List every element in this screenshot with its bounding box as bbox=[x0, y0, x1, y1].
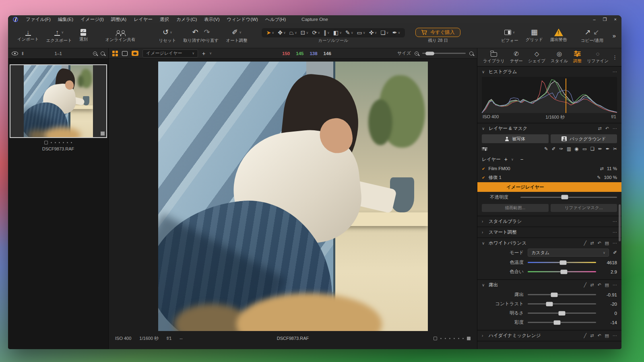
mask-brush-icon[interactable]: ✎ bbox=[544, 146, 548, 152]
status-rating[interactable] bbox=[433, 337, 471, 340]
more-icon[interactable]: ⋯ bbox=[613, 126, 617, 131]
brightness-slider[interactable] bbox=[528, 313, 596, 314]
undo-icon[interactable]: ↶ bbox=[192, 29, 198, 36]
expand-chevron[interactable]: › bbox=[482, 230, 486, 234]
temperature-slider[interactable] bbox=[528, 262, 596, 263]
copy-apply-button[interactable]: ↗ ↙ コピー/適用 bbox=[577, 28, 607, 43]
radial-gradient-mask-icon[interactable]: ◉ bbox=[575, 146, 579, 152]
toolbar-overflow-chevron[interactable]: » bbox=[613, 32, 616, 39]
exposure-warning-button[interactable]: 露出警告 bbox=[547, 29, 571, 43]
erase-pen-icon[interactable]: ✂ bbox=[613, 146, 617, 152]
more-icon[interactable]: ⋯ bbox=[613, 241, 617, 246]
eraser-tool[interactable]: ▭∨ bbox=[357, 29, 365, 36]
layer-row-film[interactable]: ✔ Film FM00 ⇄ 11 % bbox=[477, 164, 621, 173]
wb-picker-icon[interactable]: ✐ bbox=[613, 250, 617, 255]
layer-row-heal[interactable]: ✔ 修復 1 ✎ 100 % bbox=[477, 173, 621, 182]
clone-tool[interactable]: ❏∨ bbox=[380, 29, 388, 36]
clone-stamp-icon[interactable]: ❏ bbox=[590, 146, 594, 152]
filter-icon[interactable]: ‖ bbox=[22, 51, 24, 56]
edit-icon[interactable]: ╱ bbox=[584, 333, 587, 338]
copy-adjustments-icon[interactable]: ⇄ bbox=[590, 241, 594, 246]
reset-button[interactable]: ↺∨ リセット bbox=[155, 23, 180, 48]
preset-icon[interactable]: ▤ bbox=[605, 282, 609, 288]
mask-draw-icon[interactable]: ✐ bbox=[552, 146, 556, 152]
zoom-in-thumbs-icon[interactable] bbox=[101, 51, 105, 56]
more-icon[interactable]: ⋯ bbox=[613, 230, 617, 235]
edit-icon[interactable]: ╱ bbox=[584, 241, 587, 246]
refine-mask-button[interactable]: リファインマスク... bbox=[551, 204, 617, 212]
menu-camera[interactable]: カメラ(C) bbox=[173, 16, 200, 23]
menu-image[interactable]: イメージ(I) bbox=[77, 16, 107, 23]
undo-redo-buttons[interactable]: ↶ ↷ 取り消す/やり直す bbox=[180, 23, 222, 48]
import-button[interactable]: ↓ インポート bbox=[14, 23, 42, 48]
copy-adjustments-icon[interactable]: ⇄ bbox=[598, 126, 602, 131]
tab-shape[interactable]: ◇ シェイプ bbox=[526, 49, 547, 65]
mask-subject-button[interactable]: 被写体 bbox=[482, 134, 549, 143]
eye-icon[interactable] bbox=[12, 51, 18, 56]
pan-tool[interactable]: ✥∨ bbox=[278, 29, 286, 36]
menu-file[interactable]: ファイル(F) bbox=[22, 16, 54, 23]
keystone-tool[interactable]: ⏢∨ bbox=[289, 29, 297, 36]
more-icon[interactable]: ⋯ bbox=[613, 282, 617, 288]
minimize-button[interactable]: – bbox=[593, 17, 596, 22]
layer-row-image-selected[interactable]: イメージレイヤー bbox=[477, 182, 621, 192]
menu-select[interactable]: 選択 bbox=[156, 16, 173, 23]
grid-button[interactable]: ▦ グリッド bbox=[522, 29, 547, 43]
thumbnail-rating-dots[interactable] bbox=[8, 141, 108, 144]
close-button[interactable]: × bbox=[614, 17, 617, 22]
layer-enabled-check[interactable]: ✔ bbox=[482, 167, 485, 171]
tab-adjust[interactable]: 調整 bbox=[572, 49, 583, 65]
menu-adjust[interactable]: 調整(A) bbox=[107, 16, 130, 23]
online-share-button[interactable]: オンライン共有 bbox=[102, 23, 139, 48]
cull-button[interactable]: 選別 bbox=[76, 23, 91, 48]
linear-gradient-mask-icon[interactable]: ▥ bbox=[567, 146, 571, 152]
menu-window[interactable]: ウィンドウ(W) bbox=[223, 16, 262, 23]
tab-style[interactable]: ◎ スタイル bbox=[549, 49, 570, 65]
thumbnail-selected[interactable] bbox=[10, 64, 107, 138]
collapse-chevron[interactable]: ∨ bbox=[482, 283, 486, 287]
eraser-icon[interactable]: ▭ bbox=[582, 146, 587, 152]
exposure-slider[interactable] bbox=[528, 294, 596, 295]
menu-layer[interactable]: レイヤー bbox=[130, 16, 156, 23]
expand-chevron[interactable]: › bbox=[482, 219, 486, 224]
opacity-slider[interactable] bbox=[520, 197, 617, 198]
saturation-slider[interactable] bbox=[528, 322, 596, 323]
heal-tool[interactable]: ✜∨ bbox=[369, 29, 377, 36]
menu-help[interactable]: ヘルプ(H) bbox=[262, 16, 289, 23]
maximize-button[interactable]: ❐ bbox=[603, 17, 607, 22]
buy-now-button[interactable]: 今すぐ購入 bbox=[415, 28, 460, 37]
zoom-slider[interactable] bbox=[422, 53, 466, 54]
more-icon[interactable]: ⋯ bbox=[613, 219, 617, 224]
wb-mode-select[interactable]: カスタム ∨ bbox=[528, 249, 609, 257]
before-after-button[interactable]: ∨ ビフォー bbox=[497, 28, 522, 43]
heal-pen-icon[interactable]: ✏ bbox=[598, 146, 602, 152]
panel-scrollbar[interactable] bbox=[619, 204, 621, 241]
reset-icon[interactable]: ↶ bbox=[597, 333, 601, 338]
collapse-chevron[interactable]: ∨ bbox=[482, 241, 486, 245]
auto-adjust-button[interactable]: ✐∨ オート調整 bbox=[223, 23, 251, 48]
tab-refine[interactable]: ◌ リファイン bbox=[585, 49, 610, 65]
mask-background-button[interactable]: バックグラウンド bbox=[551, 134, 617, 143]
straighten-tool[interactable]: ∥∨ bbox=[324, 29, 330, 36]
zoom-out-icon[interactable] bbox=[415, 51, 419, 56]
gradient-mask-tool[interactable]: ◧∨ bbox=[333, 29, 342, 36]
export-button[interactable]: ↑∨ エクスポート bbox=[42, 23, 75, 48]
remove-layer-button[interactable]: − bbox=[520, 156, 524, 162]
multi-view-icon[interactable] bbox=[112, 51, 118, 56]
tab-tether[interactable]: ✆ テザー bbox=[508, 49, 524, 65]
mask-settings-icon[interactable] bbox=[482, 146, 487, 151]
crop-tool[interactable]: ⊡∨ bbox=[301, 29, 309, 36]
copy-adjustments-icon[interactable]: ⇄ bbox=[590, 333, 594, 338]
zoom-out-thumbs-icon[interactable] bbox=[93, 51, 97, 56]
reset-icon[interactable]: ↶ bbox=[605, 126, 609, 131]
reset-icon[interactable]: ↶ bbox=[597, 241, 601, 246]
more-icon[interactable]: ⋯ bbox=[613, 333, 617, 338]
single-view-icon[interactable] bbox=[122, 51, 128, 56]
tabs-more-icon[interactable]: ⋮ bbox=[612, 54, 617, 60]
brush-tool[interactable]: ✎∨ bbox=[345, 29, 353, 36]
preset-icon[interactable]: ▤ bbox=[605, 333, 609, 338]
add-layer-button[interactable]: + bbox=[504, 156, 508, 162]
proof-view-icon[interactable] bbox=[132, 51, 138, 56]
mask-erase-icon[interactable]: ✑ bbox=[559, 146, 563, 152]
tint-slider[interactable] bbox=[528, 271, 596, 272]
